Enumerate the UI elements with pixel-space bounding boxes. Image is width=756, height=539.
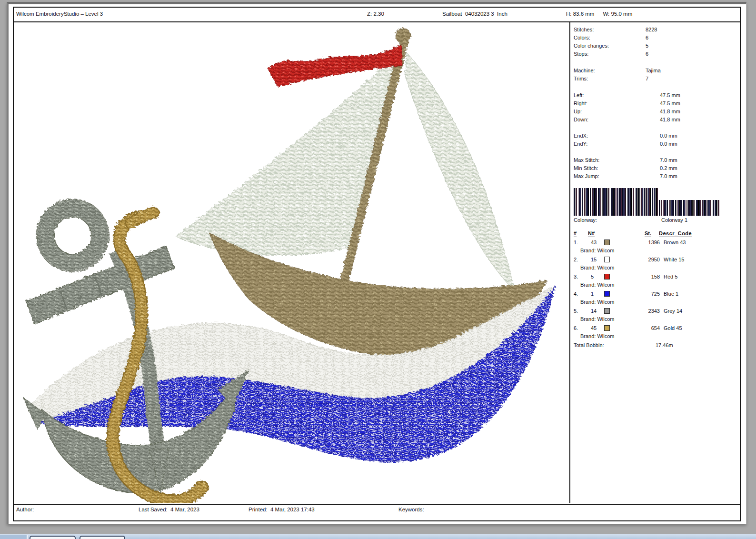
thread-swatch — [604, 291, 610, 297]
stat-label: Colors: — [574, 35, 590, 40]
stat-label: Up: — [574, 109, 582, 114]
anchor-ring — [45, 208, 99, 262]
thread-brand: Brand: Wilcom — [574, 247, 738, 255]
preview-header: Wilcom EmbroideryStudio – Level 3 Z: 2.3… — [14, 8, 740, 22]
stat-value: Tajima — [646, 67, 661, 75]
preview-body: Stitches:8228 Colors:6 Color changes:5 S… — [14, 22, 740, 503]
design-filename: Sailboat 04032023 3 Inch — [442, 11, 507, 17]
stat-label: EndX: — [574, 133, 588, 139]
colorway-label: Colorway: — [574, 217, 597, 223]
design-barcode — [574, 188, 738, 216]
design-canvas[interactable] — [14, 22, 570, 503]
stat-value: 0.0 mm — [660, 132, 677, 140]
anchor-ring-inner-outline — [53, 216, 90, 253]
stat-right: Right:47.5 mm — [574, 100, 738, 108]
thread-needle: 14 — [591, 307, 597, 315]
col-header-description: Descr_Code — [659, 230, 692, 238]
stat-label: Max Jump: — [574, 173, 599, 179]
author-field: Author: — [16, 507, 34, 512]
col-header-number: # — [574, 230, 577, 238]
stat-endy: EndY:0.0 mm — [574, 140, 738, 148]
zoom-level: Z: 2.30 — [367, 11, 384, 17]
thread-index: 1. — [574, 239, 578, 247]
thread-stitches: 725 — [626, 290, 660, 298]
stat-stops: Stops:6 — [574, 50, 738, 58]
barcode-segment-left — [574, 188, 658, 216]
stat-value: 0.0 mm — [660, 140, 677, 148]
stat-label: Machine: — [574, 68, 595, 73]
stat-value: 7.0 mm — [660, 172, 677, 180]
thread-needle: 45 — [591, 324, 597, 332]
thread-needle: 43 — [591, 239, 597, 247]
thread-stitches: 2343 — [626, 307, 660, 315]
stat-value: 7 — [646, 75, 648, 83]
tab-strip-left-cell — [0, 535, 28, 539]
stat-value: 41.8 mm — [660, 116, 680, 124]
thread-description: Brown 43 — [664, 239, 686, 247]
thread-description: Grey 14 — [664, 307, 682, 315]
thread-stitches: 654 — [626, 324, 660, 332]
thread-swatch — [604, 257, 610, 262]
stat-value: 41.8 mm — [660, 108, 680, 116]
thread-swatch — [604, 240, 610, 245]
thread-table-header: # N# St. Descr_Code — [574, 230, 738, 238]
thread-brand: Brand: Wilcom — [574, 264, 738, 272]
thread-swatch — [604, 308, 610, 314]
thread-row: 2.152950White 15 — [574, 256, 738, 264]
design-tab-1[interactable] — [30, 536, 76, 539]
thread-index: 2. — [574, 256, 578, 264]
stat-left: Left:47.5 mm — [574, 91, 738, 100]
stat-label: Right: — [574, 100, 587, 106]
preview-footer: Author: Last Saved: 4 Mar, 2023 Printed:… — [14, 504, 740, 520]
thread-description: Red 5 — [664, 273, 677, 281]
stat-label: Color changes: — [574, 43, 609, 49]
thread-row: 5.142343Grey 14 — [574, 307, 738, 315]
design-tab-2[interactable] — [80, 536, 125, 539]
stat-label: Left: — [574, 92, 584, 98]
stat-min-stitch: Min Stitch:0.2 mm — [574, 164, 738, 172]
thread-index: 4. — [574, 290, 578, 298]
barcode-segment-right — [659, 200, 719, 216]
colorway-row: Colorway: Colorway 1 — [574, 216, 738, 224]
thread-description: Blue 1 — [664, 290, 678, 298]
thread-stitches: 1396 — [626, 239, 660, 247]
summary-panel: Stitches:8228 Colors:6 Color changes:5 S… — [569, 22, 740, 503]
total-bobbin-value: 17.46m — [656, 341, 673, 349]
app-title: Wilcom EmbroideryStudio – Level 3 — [16, 11, 103, 17]
last-saved-field: Last Saved: 4 Mar, 2023 — [139, 507, 199, 512]
stat-endx: EndX:0.0 mm — [574, 132, 738, 140]
thread-stitches: 158 — [626, 273, 660, 281]
stat-trims: Trims:7 — [574, 75, 738, 83]
stat-colors: Colors:6 — [574, 34, 738, 42]
stat-value: 47.5 mm — [660, 100, 680, 108]
thread-index: 3. — [574, 273, 578, 281]
col-header-needle: N# — [588, 230, 595, 238]
stat-max-jump: Max Jump:7.0 mm — [574, 172, 738, 180]
stat-max-stitch: Max Stitch:7.0 mm — [574, 156, 738, 164]
stat-color-changes: Color changes:5 — [574, 42, 738, 50]
mast-top-knob — [395, 27, 410, 42]
stat-label: Stitches: — [574, 27, 594, 32]
thread-index: 5. — [574, 307, 578, 315]
thread-brand: Brand: Wilcom — [574, 281, 738, 289]
stat-label: Max Stitch: — [574, 157, 599, 163]
stat-value: 7.0 mm — [660, 156, 677, 164]
col-header-stitches: St. — [645, 230, 651, 238]
stat-value: 0.2 mm — [660, 164, 677, 172]
thread-description: White 15 — [664, 256, 684, 264]
design-dimensions: H: 83.6 mmW: 95.0 mm — [566, 11, 641, 17]
total-bobbin-label: Total Bobbin: — [574, 342, 604, 348]
thread-row: 3.5158Red 5 — [574, 273, 738, 281]
stat-label: Min Stitch: — [574, 165, 598, 171]
stat-down: Down:41.8 mm — [574, 116, 738, 124]
stat-stitches: Stitches:8228 — [574, 26, 738, 34]
thread-description: Gold 45 — [664, 324, 682, 332]
stat-label: Down: — [574, 117, 588, 122]
thread-brand: Brand: Wilcom — [574, 298, 738, 306]
thread-brand: Brand: Wilcom — [574, 315, 738, 323]
thread-needle: 5 — [591, 273, 594, 281]
stat-value: 5 — [646, 42, 648, 50]
stat-machine: Machine:Tajima — [574, 67, 738, 75]
page-border: Wilcom EmbroideryStudio – Level 3 Z: 2.3… — [13, 7, 741, 521]
stat-label: Stops: — [574, 51, 588, 57]
